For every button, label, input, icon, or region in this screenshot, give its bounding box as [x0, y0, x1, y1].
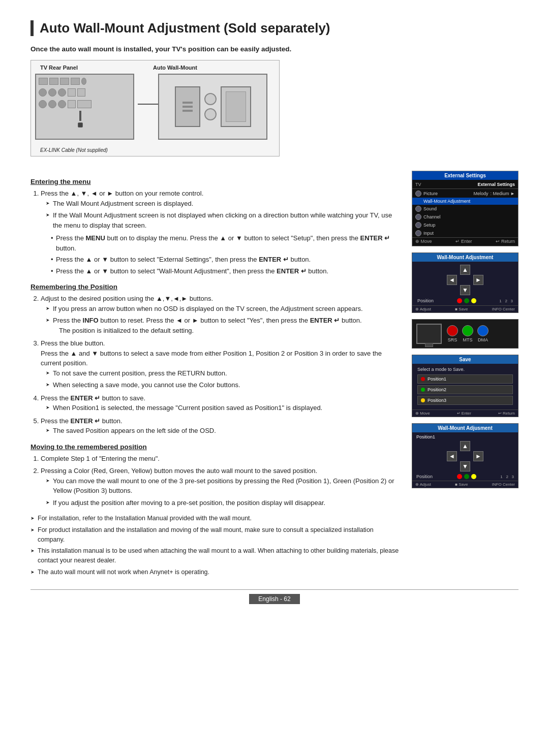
save-body: Select a mode to Save. Position1 Positio… [412, 364, 518, 410]
footer-note-1: For installation, refer to the Installat… [30, 514, 402, 523]
save-title: Save [412, 355, 518, 364]
right-column: External Settings TV External Settings P… [412, 171, 518, 579]
external-settings-panel: External Settings TV External Settings P… [412, 171, 518, 246]
right-arrow-btn[interactable]: ► [473, 275, 483, 285]
wma-arrows: ▲ ◄ ► ▼ [412, 262, 518, 296]
diagram-box: TV Rear Panel Auto Wall-Mount [30, 60, 280, 156]
position3-btn[interactable]: Position3 [417, 396, 513, 405]
up-arrow-btn[interactable]: ▲ [460, 265, 470, 275]
step1-sub2: If the Wall Mount Adjustment screen is n… [46, 210, 402, 230]
pos3-dot-save [421, 398, 425, 402]
footer-note-4: The auto wall mount will not work when A… [30, 568, 402, 577]
step1-bullet2: Press the ▲ or ▼ button to select "Exter… [51, 255, 402, 265]
wma-footer: ⊕ Adjust■ SaveINFO Center [412, 305, 518, 312]
left-arrow-btn[interactable]: ◄ [447, 275, 457, 285]
external-settings-title: External Settings [412, 171, 518, 180]
red-circle[interactable] [447, 325, 458, 336]
wma3-body: Position1 ▲ ◄ ► ▼ [412, 432, 518, 472]
pos2-dot-save [421, 388, 425, 392]
footer-note-2: For product installation and the install… [30, 525, 402, 545]
menu-row-setup: Setup [412, 221, 518, 229]
footer-note-3: This installation manual is to be used w… [30, 546, 402, 565]
wma3-pos3-dot [471, 474, 476, 479]
wma3-lr-row: ◄ ► [447, 451, 483, 461]
footer-notes: For installation, refer to the Installat… [30, 514, 402, 577]
page-title: Auto Wall-Mount Adjustment (Sold separat… [30, 20, 518, 36]
wall-mount-adjustment-panel-3: Wall-Mount Adjusment Position1 ▲ ◄ ► ▼ P… [412, 423, 518, 488]
menu-row-sound: Sound [412, 205, 518, 213]
menu-row-picture: Picture Melody : Medium ► [412, 190, 518, 198]
save-panel: Save Select a mode to Save. Position1 Po… [412, 355, 518, 417]
rem-step3-sub1: To not save the current position, press … [46, 368, 402, 379]
entering-menu-list: Press the ▲, ▼, ◄ or ► button on your re… [30, 188, 402, 276]
moving-step2-sub2: If you adjust the position after moving … [46, 498, 402, 508]
wma3-arrows: ▲ ◄ ► ▼ [416, 441, 514, 471]
remembering-step5: Press the ENTER ↵ button. The saved Posi… [41, 416, 402, 436]
entering-menu-heading: Entering the menu [30, 178, 402, 185]
position1-btn[interactable]: Position1 [417, 374, 513, 384]
wma3-left-btn[interactable]: ◄ [447, 451, 457, 461]
cable-label: EX-LINK Cable (Not supplied) [40, 147, 108, 153]
page-number: English - 62 [249, 594, 299, 604]
rem-step2-sub2: Press the INFO button to reset. Press th… [46, 316, 402, 335]
auto-wall-mount-label: Auto Wall-Mount [153, 65, 197, 71]
step1-bullet3: Press the ▲ or ▼ button to select "Wall-… [51, 266, 402, 276]
step1-sub1: The Wall Mount Adjustment screen is disp… [46, 199, 402, 209]
moving-position-list: Complete Step 1 of "Entering the menu". … [30, 454, 402, 508]
position3-label: Position3 [428, 398, 446, 403]
wma-title: Wall-Mount Adjustment [412, 253, 518, 262]
position-shown-label: Position1 [416, 434, 514, 439]
remembering-step4: Press the ENTER ↵ button to save. When P… [41, 393, 402, 413]
menu-row-wall-mount: Wall-Mount Adjustment [412, 198, 518, 205]
save-footer: ⊕ Move↵ Enter↩ Return [412, 410, 518, 417]
mts-label: MTS [463, 337, 473, 342]
main-content: Entering the menu Press the ▲, ▼, ◄ or ►… [30, 171, 518, 579]
remembering-position-list: Adjust to the desired position using the… [30, 294, 402, 436]
entering-menu-step1: Press the ▲, ▼, ◄ or ► button on your re… [41, 188, 402, 276]
rem-step2-sub2b: The position is initialized to the defau… [59, 327, 194, 334]
menu-row-input: Input [412, 229, 518, 237]
wma3-title: Wall-Mount Adjusment [412, 424, 518, 432]
wma-positions: Position 1 2 3 [412, 296, 518, 305]
select-mode-text: Select a mode to Save. [417, 367, 513, 372]
tv-label-row: TV External Settings [412, 181, 518, 188]
moving-step2: Pressing a Color (Red, Green, Yellow) bu… [41, 466, 402, 508]
pos2-dot [464, 298, 469, 303]
step1-bullet1: Press the MENU butt on to display the me… [51, 233, 402, 253]
wma3-pos2-dot [464, 474, 469, 479]
moving-position-heading: Moving to the remembered position [30, 443, 402, 451]
lr-arrow-row: ◄ ► [447, 275, 483, 285]
wma3-footer: ⊕ Adjust■ SaveINFO Center [412, 481, 518, 488]
dma-label: DMA [478, 337, 488, 342]
down-arrow-btn[interactable]: ▼ [460, 285, 470, 295]
left-column: Entering the menu Press the ▲, ▼, ◄ or ►… [30, 171, 402, 579]
rem-step4-sub1: When Position1 is selected, the message … [46, 403, 402, 413]
remembering-position-heading: Remembering the Position [30, 283, 402, 291]
tv-icon-small [416, 324, 442, 344]
step3-body: Press the ▲ and ▼ buttons to select a sa… [41, 350, 382, 367]
wma3-right-btn[interactable]: ► [473, 451, 483, 461]
wma3-positions: Position 1 2 3 [412, 472, 518, 481]
moving-step1: Complete Step 1 of "Entering the menu". [41, 454, 402, 464]
srs-btn-group: SRS [447, 325, 458, 342]
position1-label: Position1 [428, 376, 446, 382]
wma3-up-btn[interactable]: ▲ [460, 441, 470, 451]
position2-label: Position2 [428, 387, 446, 392]
mts-btn-group: MTS [462, 325, 473, 342]
blue-circle[interactable] [477, 325, 489, 336]
pos1-dot-save [421, 377, 425, 381]
connector-line [138, 104, 158, 105]
pos1-dot [457, 298, 462, 303]
green-circle[interactable] [462, 325, 473, 336]
rem-step2-sub1: If you press an arrow button when no OSD… [46, 304, 402, 314]
srs-label: SRS [448, 337, 458, 342]
wma3-pos1-dot [457, 474, 462, 479]
menu-row-channel: Channel [412, 213, 518, 221]
wall-mount-adjustment-panel: Wall-Mount Adjustment ▲ ◄ ► ▼ Position 1… [412, 253, 518, 313]
remembering-step3: Press the blue button. Press the ▲ and ▼… [41, 338, 402, 390]
wma3-down-btn[interactable]: ▼ [460, 461, 470, 471]
position2-btn[interactable]: Position2 [417, 385, 513, 394]
pos3-dot [471, 298, 476, 303]
color-buttons-panel: SRS MTS DMA [412, 319, 518, 349]
page-footer: English - 62 [30, 589, 518, 604]
